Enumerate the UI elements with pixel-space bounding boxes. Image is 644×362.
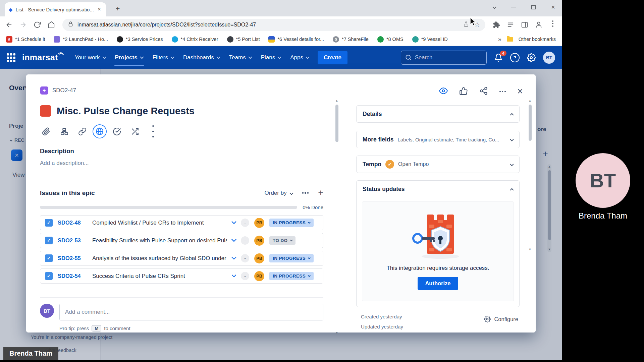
add-child-issue-icon[interactable] [56, 124, 72, 139]
jira-nav-item-projects[interactable]: Projects [115, 46, 143, 69]
home-icon[interactable] [47, 20, 56, 29]
web-link-globe-icon[interactable] [93, 124, 107, 138]
bookmark-item[interactable]: *4 Citrix Receiver [172, 36, 218, 43]
bookmarks-overflow-icon[interactable]: » [498, 36, 501, 43]
scroll-down-icon[interactable]: ▼ [335, 331, 338, 335]
scroll-down-icon[interactable]: ▼ [528, 248, 532, 251]
browser-menu-icon[interactable] [548, 20, 557, 29]
bookmark-item[interactable]: *3 Service Prices [117, 36, 163, 43]
forward-icon[interactable] [19, 20, 28, 29]
details-section[interactable]: Details [356, 105, 520, 123]
status-cell: IN PROGRESS [269, 254, 318, 262]
epic-issue-row[interactable]: ✓SDO2-53Feasibility Studies with Pulse S… [40, 233, 323, 248]
tempo-section[interactable]: Tempo ✓ Open Tempo [356, 156, 520, 173]
approval-check-icon[interactable] [109, 124, 125, 139]
bookmark-item[interactable]: *5 Port List [227, 36, 260, 43]
more-fields-section[interactable]: More fields Labels, Original estimate, T… [356, 131, 520, 148]
bookmark-item[interactable]: *9 Vessel ID [412, 36, 448, 43]
status-dropdown[interactable]: IN PROGRESS [269, 254, 314, 262]
window-minimize-button[interactable] [511, 7, 516, 7]
issue-key-breadcrumb[interactable]: SDO2-47 [52, 87, 76, 94]
scrollbar-thumb[interactable] [335, 105, 338, 142]
jira-nav-item-dashboards[interactable]: Dashboards [183, 46, 220, 69]
window-close-button[interactable]: × [551, 4, 555, 10]
epic-issue-row[interactable]: ✓SDO2-54Success Criteria of Pulse CRs Sp… [40, 268, 323, 284]
jira-nav-item-teams[interactable]: Teams [229, 46, 252, 69]
epic-issue-row[interactable]: ✓SDO2-55Analysis of the issues surfaced … [40, 251, 323, 266]
search-input[interactable] [415, 54, 482, 61]
scroll-up-icon[interactable]: ▲ [528, 99, 532, 102]
issue-key-link[interactable]: SDO2-55 [58, 255, 87, 261]
authorize-button[interactable]: Authorize [418, 277, 458, 290]
settings-gear-icon[interactable] [527, 53, 536, 62]
comment-protip: Pro tip: press M to comment [59, 325, 130, 331]
help-icon[interactable]: ? [510, 53, 520, 62]
description-placeholder[interactable]: Add a description... [40, 160, 89, 167]
browser-profile-icon[interactable] [534, 20, 543, 29]
bookmark-item[interactable]: *8 OMS [377, 36, 404, 43]
more-fields-summary: Labels, Original estimate, Time tracking… [397, 137, 506, 142]
attach-icon[interactable] [38, 124, 54, 139]
tab-close-icon[interactable]: × [97, 6, 102, 13]
status-dropdown[interactable]: IN PROGRESS [269, 272, 314, 280]
status-updates-header[interactable]: Status updates [357, 181, 519, 197]
side-panel-icon[interactable] [520, 20, 529, 29]
chevron-down-icon [170, 55, 174, 59]
status-dropdown[interactable]: IN PROGRESS [269, 219, 314, 227]
inmarsat-logo[interactable]: inmarsat [22, 53, 65, 62]
modal-right-scrollbar[interactable]: ▲ ▼ [529, 103, 532, 304]
epic-color-swatch[interactable] [40, 105, 51, 117]
issue-key-link[interactable]: SDO2-54 [58, 273, 87, 279]
order-by-dropdown[interactable]: Order by [265, 190, 293, 196]
issue-key-link[interactable]: SDO2-48 [58, 220, 87, 226]
add-issue-button[interactable]: + [318, 188, 323, 197]
more-fields-label: More fields [363, 136, 393, 143]
integration-message: This integration requires storage access… [386, 265, 489, 272]
toolbar-more-icon[interactable] [145, 124, 161, 139]
user-avatar[interactable]: BT [543, 52, 555, 64]
reload-icon[interactable] [33, 20, 42, 29]
app-switcher-icon[interactable] [7, 53, 15, 62]
epic-issue-row[interactable]: ✓SDO2-48Compiled Wishlist / Pulse CRs to… [40, 215, 323, 230]
bookmark-item[interactable]: it*1 Schedule it [6, 36, 45, 43]
status-dropdown[interactable]: TO DO [269, 236, 296, 245]
issue-key-link[interactable]: SDO2-53 [58, 237, 87, 244]
notifications-bell-icon[interactable]: 4 [494, 53, 503, 62]
folder-icon [507, 37, 513, 42]
bookmark-item[interactable]: *6 Vessel details for... [268, 36, 324, 43]
back-icon[interactable] [5, 20, 13, 29]
other-bookmarks-button[interactable]: Other bookmarks [519, 37, 556, 42]
workflow-shuffle-icon[interactable] [127, 124, 143, 139]
jira-nav-item-apps[interactable]: Apps [290, 46, 309, 69]
bookmark-item[interactable]: *2 LaunchPad - Ho... [54, 36, 108, 43]
jira-nav-item-your-work[interactable]: Your work [75, 46, 106, 69]
url-input[interactable] [77, 22, 459, 28]
reading-list-icon[interactable] [506, 20, 515, 29]
window-maximize-button[interactable] [531, 5, 536, 9]
address-bar[interactable]: ☆ [62, 19, 485, 31]
extensions-puzzle-icon[interactable] [492, 20, 501, 29]
chevron-up-icon [510, 113, 514, 117]
comment-input[interactable] [59, 304, 323, 320]
epic-list-more-icon[interactable] [302, 192, 309, 193]
jira-nav-item-filters[interactable]: Filters [153, 46, 174, 69]
bookmark-item[interactable]: S*7 ShareFile [333, 36, 369, 43]
configure-button[interactable]: Configure [484, 316, 518, 322]
open-tempo-link[interactable]: Open Tempo [398, 161, 506, 167]
bookmark-label: *8 OMS [386, 37, 404, 42]
global-search[interactable] [401, 51, 487, 65]
scroll-up-icon[interactable]: ▲ [335, 99, 338, 102]
modal-left-scrollbar[interactable]: ▲ ▼ [335, 103, 338, 330]
share-page-icon[interactable] [463, 21, 469, 28]
tab-search-icon[interactable] [493, 5, 496, 9]
link-issue-icon[interactable] [74, 124, 90, 139]
status-label: IN PROGRESS [273, 220, 306, 225]
jira-nav-item-plans[interactable]: Plans [261, 46, 281, 69]
new-tab-button[interactable]: + [113, 4, 123, 14]
priority-low-icon [231, 272, 237, 278]
scrollbar-thumb[interactable] [529, 105, 532, 141]
status-updates-section: Status updates [356, 180, 520, 307]
browser-tab[interactable]: ◆ List - Service Delivery optimisatio...… [5, 2, 106, 16]
create-button[interactable]: Create [318, 51, 347, 64]
issue-title[interactable]: Misc. Pulse Change Requests [57, 106, 195, 117]
